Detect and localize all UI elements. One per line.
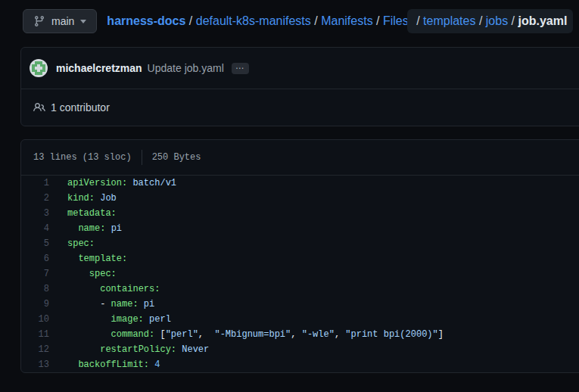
- code-text: spec:: [67, 238, 95, 249]
- commit-box: michaelcretzman Update job.yaml … 1 cont…: [20, 47, 579, 126]
- line-number[interactable]: 12: [21, 344, 49, 355]
- file-lines-info: 13 lines (13 sloc): [33, 152, 132, 163]
- commit-details-button[interactable]: …: [232, 63, 249, 74]
- line-number[interactable]: 9: [21, 299, 49, 310]
- line-number[interactable]: 10: [21, 314, 49, 325]
- git-branch-icon: [33, 15, 45, 27]
- chevron-down-icon: [80, 20, 86, 23]
- branch-name: main: [51, 15, 74, 27]
- code-line: 11 command: ["perl", "-Mbignum=bpi", "-w…: [21, 327, 579, 342]
- avatar-cell: [42, 72, 45, 75]
- file-box: 13 lines (13 sloc) 250 Bytes 1apiVersion…: [20, 139, 579, 373]
- code-line: 3metadata:: [21, 206, 579, 221]
- people-icon: [33, 101, 45, 114]
- breadcrumb-separator: /: [373, 14, 383, 28]
- breadcrumb-link[interactable]: Files: [383, 14, 409, 28]
- line-number[interactable]: 11: [21, 329, 49, 340]
- breadcrumb-link[interactable]: jobs: [486, 14, 508, 28]
- file-size: 250 Bytes: [152, 152, 201, 163]
- code-text: backoffLimit: 4: [67, 359, 160, 370]
- breadcrumb-link[interactable]: templates: [423, 14, 475, 28]
- breadcrumb-link[interactable]: Manifests: [321, 14, 372, 28]
- breadcrumb-separator: /: [311, 14, 321, 28]
- code-viewer: 1apiVersion: batch/v12kind: Job3metadata…: [21, 176, 579, 372]
- code-line: 1apiVersion: batch/v1: [21, 176, 579, 191]
- breadcrumb: harness-docs / default-k8s-manifests / M…: [107, 9, 573, 33]
- code-text: apiVersion: batch/v1: [67, 178, 176, 188]
- header-divider: [142, 150, 142, 165]
- code-line: 2kind: Job: [21, 191, 579, 206]
- line-number[interactable]: 1: [21, 178, 49, 188]
- breadcrumb-separator: /: [475, 14, 485, 28]
- code-line: 4 name: pi: [21, 221, 579, 236]
- line-number[interactable]: 4: [21, 223, 49, 234]
- line-number[interactable]: 8: [21, 284, 49, 294]
- line-number[interactable]: 7: [21, 269, 49, 279]
- commit-message-link[interactable]: Update job.yaml: [148, 62, 224, 74]
- breadcrumb-separator: /: [413, 14, 423, 28]
- breadcrumb-highlight: / templates / jobs / job.yaml: [407, 9, 574, 33]
- code-line: 9 - name: pi: [21, 297, 579, 312]
- code-line: 12 restartPolicy: Never: [21, 342, 579, 357]
- breadcrumb-separator: /: [508, 14, 518, 28]
- breadcrumb-current: job.yaml: [518, 14, 568, 28]
- code-text: image: perl: [67, 314, 171, 325]
- code-text: command: ["perl", "-Mbignum=bpi", "-wle"…: [67, 329, 444, 340]
- code-text: name: pi: [67, 223, 122, 234]
- contributors-row: 1 contributor: [21, 89, 579, 126]
- latest-commit-row: michaelcretzman Update job.yaml …: [21, 48, 579, 89]
- line-number[interactable]: 6: [21, 254, 49, 264]
- avatar[interactable]: [30, 59, 48, 77]
- code-line: 8 containers:: [21, 282, 579, 297]
- branch-selector-button[interactable]: main: [23, 9, 97, 33]
- code-line: 5spec:: [21, 236, 579, 251]
- code-text: metadata:: [67, 208, 117, 219]
- line-number[interactable]: 2: [21, 193, 49, 204]
- line-number[interactable]: 3: [21, 208, 49, 219]
- github-blob-page: main harness-docs / default-k8s-manifest…: [0, 0, 579, 392]
- code-line: 13 backoffLimit: 4: [21, 357, 579, 372]
- code-text: kind: Job: [67, 193, 117, 204]
- code-text: spec:: [67, 269, 117, 279]
- code-text: template:: [67, 254, 127, 264]
- breadcrumb-link[interactable]: harness-docs: [107, 14, 185, 28]
- commit-author-link[interactable]: michaelcretzman: [56, 62, 142, 74]
- code-text: containers:: [67, 284, 160, 294]
- breadcrumb-link[interactable]: default-k8s-manifests: [196, 14, 311, 28]
- file-header: 13 lines (13 sloc) 250 Bytes: [21, 140, 579, 176]
- contributors-text[interactable]: 1 contributor: [51, 101, 110, 114]
- breadcrumb-separator: /: [185, 14, 195, 28]
- code-line: 10 image: perl: [21, 312, 579, 327]
- code-text: restartPolicy: Never: [67, 344, 209, 355]
- line-number[interactable]: 13: [21, 359, 49, 370]
- file-navigation-bar: main harness-docs / default-k8s-manifest…: [0, 0, 579, 33]
- code-line: 7 spec:: [21, 266, 579, 282]
- line-number[interactable]: 5: [21, 238, 49, 249]
- code-line: 6 template:: [21, 251, 579, 266]
- code-text: - name: pi: [67, 299, 154, 310]
